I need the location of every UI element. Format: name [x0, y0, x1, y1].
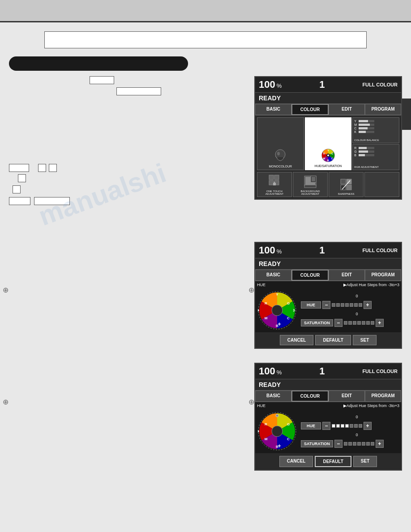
- rgb-adjustment-cell[interactable]: R G: [352, 144, 399, 170]
- hue-row-3: HUE − +: [301, 422, 399, 430]
- tab-program-1[interactable]: PROGRAM: [365, 104, 401, 115]
- right-panel-screen2: 100 % 1 FULL COLOUR READY BASIC COLOUR E…: [254, 242, 402, 349]
- tabs-2[interactable]: BASIC COLOUR EDIT PROGRAM: [255, 270, 401, 281]
- svg-rect-24: [341, 185, 346, 190]
- sat-minus-3[interactable]: −: [334, 440, 342, 448]
- spacer-lower-2: [9, 249, 206, 255]
- svg-point-1: [277, 152, 280, 155]
- sharpness-icon: [339, 178, 353, 192]
- full-colour-label-2: FULL COLOUR: [362, 248, 398, 253]
- reg-mark-right2: ⊕: [248, 399, 254, 405]
- right-cells-group: Y M: [352, 117, 399, 170]
- step-box-2-row: [116, 87, 201, 95]
- svg-rect-14: [269, 180, 274, 185]
- hue-minus-3[interactable]: −: [322, 422, 330, 430]
- colour-balance-label: COLOUR BALANCE: [354, 139, 398, 142]
- hue-dot3-4: [345, 424, 349, 428]
- percent-value-1: 100: [259, 79, 275, 90]
- copier-screen-1: 100 % 1 FULL COLOUR READY BASIC COLOUR E…: [254, 76, 402, 200]
- svg-rect-21: [304, 185, 316, 188]
- copy-number-2: 1: [319, 245, 325, 256]
- full-colour-label-1: FULL COLOUR: [362, 82, 398, 87]
- colour-balance-cell[interactable]: Y M: [352, 117, 399, 143]
- tab-edit-3[interactable]: EDIT: [329, 390, 365, 402]
- svg-text:B: B: [327, 159, 330, 162]
- sat-dot-2: [348, 321, 352, 325]
- tiny-box-2: [49, 164, 57, 172]
- set-btn-3[interactable]: SET: [353, 456, 377, 467]
- tabs-3[interactable]: BASIC COLOUR EDIT PROGRAM: [255, 390, 401, 402]
- hue-info-text-3: HUE: [257, 403, 265, 408]
- rgb-bars: R G: [354, 146, 374, 157]
- tab-basic-2[interactable]: BASIC: [255, 270, 291, 281]
- tab-edit-2[interactable]: EDIT: [329, 270, 365, 281]
- cancel-btn-2[interactable]: CANCEL: [280, 335, 314, 345]
- hue-saturation-cell[interactable]: Y G C B M R: [305, 117, 352, 170]
- sat-minus-2[interactable]: −: [334, 319, 342, 327]
- sat-dots-3: [344, 442, 374, 446]
- top-input-box[interactable]: [44, 31, 367, 48]
- small-box-left1: [9, 164, 29, 172]
- tab-colour-2[interactable]: COLOUR: [291, 270, 329, 281]
- sat-plus-2[interactable]: +: [376, 319, 384, 327]
- hue-plus-2[interactable]: +: [364, 301, 372, 309]
- reg-mark-left: ⊕: [2, 287, 9, 293]
- hue-dot3-5: [350, 424, 353, 428]
- hue-dots-3: [332, 424, 362, 428]
- tab-program-2[interactable]: PROGRAM: [365, 270, 401, 281]
- bottom-buttons-3: CANCEL DEFAULT SET: [255, 453, 401, 470]
- hue-dot3-6: [354, 424, 358, 428]
- ready-text-3: READY: [259, 381, 281, 388]
- sharpness-label: SHARPNESS: [338, 193, 354, 195]
- small-boxes-row: [9, 164, 201, 172]
- tab-basic-1[interactable]: BASIC: [255, 104, 291, 115]
- sat-label-box-3[interactable]: SATURATION: [301, 440, 333, 447]
- hue-info-detail-3: ▶Adjust Hue Steps from -3to+3: [343, 403, 399, 408]
- tab-colour-3[interactable]: COLOUR: [291, 390, 329, 402]
- tab-colour-1[interactable]: COLOUR: [291, 104, 329, 115]
- ready-1: READY: [255, 93, 401, 104]
- spacer-lower-6: [9, 275, 206, 282]
- sat-dot3-7: [371, 442, 374, 446]
- background-adjustment-cell[interactable]: BACKGROUND ADJUSTMENT: [293, 172, 328, 197]
- percent-unit-2: %: [277, 248, 282, 255]
- tab-basic-3[interactable]: BASIC: [255, 390, 291, 402]
- rgb-content: R G: [354, 146, 398, 157]
- hue-row-2: HUE − +: [301, 301, 399, 309]
- sat-plus-3[interactable]: +: [376, 440, 384, 448]
- hue-minus-2[interactable]: −: [322, 301, 330, 309]
- one-touch-cell[interactable]: ONE TOUCH ADJUSTMENT: [257, 172, 292, 197]
- svg-text:G: G: [287, 422, 290, 426]
- color-wheel-2: Y G C B M R +: [257, 290, 297, 330]
- tiny-box-1: [38, 164, 46, 172]
- hue-plus-3[interactable]: +: [364, 422, 372, 430]
- tab-edit-1[interactable]: EDIT: [329, 104, 365, 115]
- hue-label-box-3[interactable]: HUE: [301, 422, 321, 429]
- sat-dot3-4: [357, 442, 361, 446]
- option-box1: [9, 197, 30, 205]
- copy-number-3: 1: [319, 365, 325, 377]
- hue-dot-1: [332, 303, 335, 307]
- percent-unit-3: %: [277, 369, 282, 376]
- monocolour-cell[interactable]: MONOCOLOUR: [257, 117, 304, 170]
- spacer-lower-9: [9, 296, 206, 302]
- default-btn-2[interactable]: DEFAULT: [315, 335, 351, 345]
- set-btn-2[interactable]: SET: [353, 335, 377, 345]
- sharpness-cell[interactable]: SHARPNESS: [329, 172, 364, 197]
- zero-hue-label-3: 0: [314, 415, 399, 419]
- hue-dot-2: [336, 303, 340, 307]
- tab-program-3[interactable]: PROGRAM: [365, 390, 401, 402]
- svg-text:R: R: [265, 301, 267, 305]
- sat-label-box-2[interactable]: SATURATION: [301, 319, 333, 326]
- sat-dot3-6: [366, 442, 370, 446]
- hue-label-box-2[interactable]: HUE: [301, 301, 321, 309]
- svg-point-43: [276, 414, 278, 417]
- sat-dot3-2: [348, 442, 352, 446]
- svg-text:Y: Y: [327, 149, 329, 152]
- spacer2: [9, 108, 201, 117]
- ready-text-1: READY: [259, 94, 281, 102]
- default-btn-3[interactable]: DEFAULT: [315, 456, 351, 467]
- cancel-btn-3[interactable]: CANCEL: [279, 456, 313, 467]
- tabs-1[interactable]: BASIC COLOUR EDIT PROGRAM: [255, 104, 401, 116]
- spacer7: [9, 153, 201, 162]
